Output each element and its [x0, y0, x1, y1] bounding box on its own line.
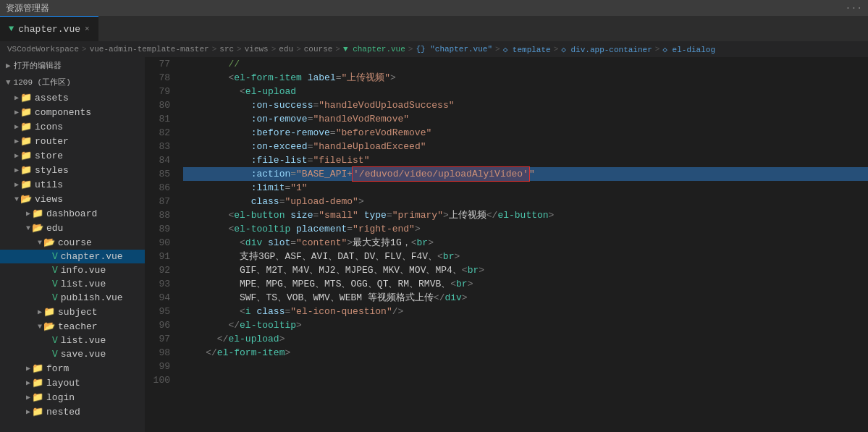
folder-icon: 📁 — [32, 406, 43, 418]
code-line-85: :action="BASE_API+'/eduvod/video/uploadA… — [183, 167, 868, 181]
bc-course: course — [304, 45, 333, 54]
code-line-84: :file-list="fileList" — [183, 153, 868, 167]
sidebar-item-views[interactable]: ▼ 📂 views — [0, 192, 145, 206]
sidebar-label: icons — [35, 122, 63, 132]
sidebar-item-info-vue[interactable]: V info.vue — [0, 263, 145, 277]
sidebar-label: info.vue — [61, 265, 106, 276]
code-line-77: // — [183, 57, 868, 71]
sidebar-label: list.vue — [61, 335, 106, 346]
sidebar-label: list.vue — [61, 279, 106, 289]
breadcrumb: VSCodeWorkspace > vue-admin-template-mas… — [0, 41, 868, 57]
bc-obj: {} "chapter.vue" — [416, 45, 492, 54]
sidebar-item-dashboard[interactable]: ▶ 📁 dashboard — [0, 206, 145, 221]
sidebar-label: utils — [35, 179, 63, 190]
sidebar-label: subject — [58, 307, 98, 318]
folder-icon: 📁 — [43, 306, 55, 318]
folder-icon: 📁 — [32, 391, 43, 403]
highlighted-string: '/eduvod/video/uploadAlyiVideo' — [353, 167, 529, 181]
sidebar-item-login[interactable]: ▶ 📁 login — [0, 390, 145, 405]
code-line-79: <el-upload — [183, 85, 868, 98]
tab-close-icon[interactable]: × — [85, 25, 90, 33]
bc-file: ▼ chapter.vue — [343, 45, 405, 54]
sidebar-item-teacher-save[interactable]: V save.vue — [0, 347, 145, 361]
sidebar-item-teacher-list[interactable]: V list.vue — [0, 334, 145, 347]
code-line-83: :on-exceed="handleUploadExceed" — [183, 140, 868, 153]
sidebar-label: teacher — [58, 321, 98, 332]
sidebar-label: router — [35, 136, 69, 147]
sidebar-item-icons[interactable]: ▶ 📁 icons — [0, 119, 145, 134]
sidebar-label: components — [35, 107, 91, 118]
sidebar-item-components[interactable]: ▶ 📁 components — [0, 105, 145, 119]
open-editors-label: 打开的编辑器 — [14, 60, 62, 71]
bc-project: vue-admin-template-master — [90, 45, 209, 54]
sidebar-item-nested[interactable]: ▶ 📁 nested — [0, 405, 145, 419]
sidebar-item-chapter-vue[interactable]: V chapter.vue — [0, 250, 145, 263]
sidebar-label: edu — [46, 223, 63, 234]
bc-el-dialog: ◇ el-dialog — [662, 45, 715, 54]
folder-icon: 📁 — [20, 150, 32, 161]
sidebar-item-layout[interactable]: ▶ 📁 layout — [0, 376, 145, 390]
code-line-98: </el-form-item> — [183, 346, 868, 360]
sidebar-label: assets — [35, 93, 69, 103]
sidebar-item-utils[interactable]: ▶ 📁 utils — [0, 177, 145, 192]
editor-content[interactable]: 77 78 79 80 81 82 83 84 85 86 87 88 89 9… — [145, 57, 868, 432]
folder-icon: 📁 — [20, 179, 32, 190]
tab-label: chapter.vue — [18, 24, 80, 35]
folder-icon: 📁 — [20, 106, 32, 118]
sidebar-item-edu[interactable]: ▼ 📂 edu — [0, 221, 145, 235]
sidebar-item-router[interactable]: ▶ 📁 router — [0, 134, 145, 148]
code-line-82: :before-remove="beforeVodRemove" — [183, 126, 868, 140]
sidebar-item-styles[interactable]: ▶ 📁 styles — [0, 163, 145, 177]
sidebar-item-assets[interactable]: ▶ 📁 assets — [0, 90, 145, 105]
sidebar-label: chapter.vue — [61, 251, 123, 262]
folder-icon: 📁 — [32, 208, 43, 219]
open-editors-header[interactable]: ▶ 打开的编辑器 — [0, 57, 145, 74]
bc-edu: edu — [279, 45, 293, 54]
folder-icon: 📁 — [20, 135, 32, 147]
folder-icon: 📁 — [20, 164, 32, 176]
sidebar-item-list-vue[interactable]: V list.vue — [0, 277, 145, 291]
vue-file-icon: ▼ — [9, 24, 14, 34]
sidebar-item-teacher[interactable]: ▼ 📂 teacher — [0, 319, 145, 334]
sidebar-item-store[interactable]: ▶ 📁 store — [0, 148, 145, 163]
bc-views: views — [245, 45, 269, 54]
bc-template: ◇ template — [503, 45, 551, 54]
sidebar-item-form[interactable]: ▶ 📁 form — [0, 361, 145, 376]
sidebar-item-subject[interactable]: ▶ 📁 subject — [0, 305, 145, 319]
code-line-80: :on-success="handleVodUploadSuccess" — [183, 98, 868, 112]
code-line-89: <el-tooltip placement="right-end"> — [183, 222, 868, 236]
sidebar-item-course[interactable]: ▼ 📂 course — [0, 235, 145, 250]
sidebar-label: save.vue — [61, 349, 106, 360]
sidebar-item-publish-vue[interactable]: V publish.vue — [0, 291, 145, 305]
folder-open-icon: 📂 — [20, 193, 32, 205]
main-area: ▶ 打开的编辑器 ▼ 1209 (工作区) ▶ 📁 assets ▶ 📁 com… — [0, 57, 868, 432]
workspace-label: 1209 (工作区) — [14, 77, 71, 88]
folder-icon: 📁 — [20, 121, 32, 132]
code-line-96: </el-tooltip> — [183, 318, 868, 332]
sidebar-label: dashboard — [46, 208, 97, 219]
title-bar-dots[interactable]: ··· — [846, 3, 862, 14]
sidebar-label: styles — [35, 165, 69, 176]
sidebar-label: course — [58, 237, 92, 248]
sidebar: ▶ 打开的编辑器 ▼ 1209 (工作区) ▶ 📁 assets ▶ 📁 com… — [0, 57, 145, 432]
folder-open-icon: 📂 — [43, 237, 55, 248]
code-line-92: GIF、M2T、M4V、MJ2、MJPEG、MKV、MOV、MP4、<br> — [183, 263, 868, 277]
code-line-100 — [183, 373, 868, 387]
workspace-header[interactable]: ▼ 1209 (工作区) — [0, 74, 145, 90]
code-line-95: <i class="el-icon-question"/> — [183, 305, 868, 318]
code-area[interactable]: // <el-form-item label="上传视频"> <el-uploa… — [177, 57, 868, 432]
vue-icon: V — [52, 265, 58, 276]
code-line-86: :limit="1" — [183, 181, 868, 195]
sidebar-label: login — [46, 392, 75, 403]
folder-icon: 📁 — [32, 363, 43, 374]
folder-open-icon: 📂 — [32, 222, 43, 234]
vue-icon: V — [52, 292, 58, 303]
line-numbers: 77 78 79 80 81 82 83 84 85 86 87 88 89 9… — [145, 57, 177, 432]
folder-icon: 📁 — [20, 92, 32, 103]
code-line-88: <el-button size="small" type="primary">上… — [183, 208, 868, 222]
sidebar-label: form — [46, 363, 69, 374]
vue-icon: V — [52, 349, 58, 360]
sidebar-label: publish.vue — [61, 292, 123, 303]
editor-tab[interactable]: ▼ chapter.vue × — [0, 16, 98, 41]
code-line-87: class="upload-demo"> — [183, 195, 868, 208]
